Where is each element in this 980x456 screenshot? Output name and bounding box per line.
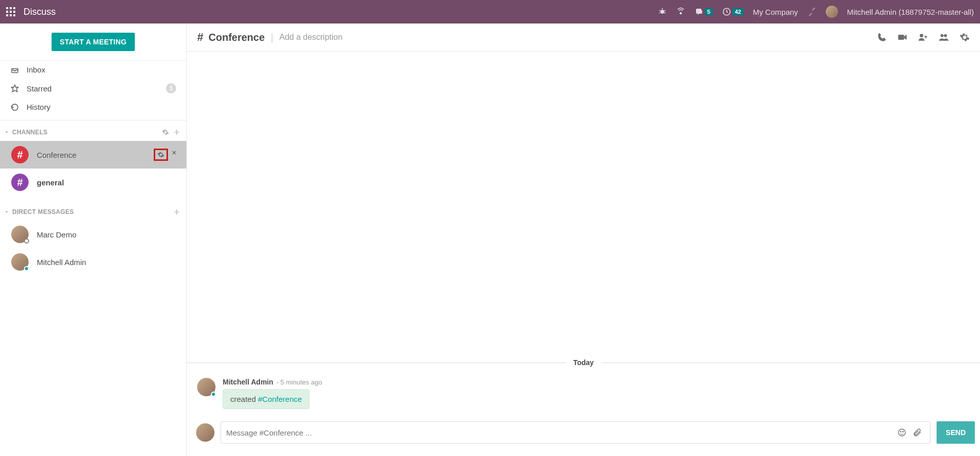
message-time: - 5 minutes ago [276,378,322,386]
svg-line-13 [659,13,660,14]
svg-rect-3 [6,11,8,13]
user-avatar[interactable] [826,6,838,18]
main-layout: START A MEETING Inbox Starred 1 History … [0,23,980,456]
chat-title[interactable]: Conference [208,32,265,43]
user-menu[interactable]: Mitchell Admin (18879752-master-all) [847,8,974,16]
message-list: Today Mitchell Admin - 5 minutes ago cre… [187,52,980,418]
dm-label: Mitchell Admin [37,258,86,267]
activities-icon[interactable]: 42 [722,7,744,16]
channel-conference[interactable]: # Conference [0,141,186,169]
svg-rect-4 [10,11,12,13]
hash-icon: # [11,174,29,191]
messages-icon[interactable]: 5 [695,7,713,16]
activities-badge: 42 [732,8,744,15]
settings-icon[interactable] [960,32,970,42]
avatar[interactable] [197,378,216,396]
dm-mitchell-admin[interactable]: Mitchell Admin [0,248,186,276]
attachment-icon[interactable] [913,428,922,437]
add-user-icon[interactable] [918,32,928,42]
dm-header-label: DIRECT MESSAGES [12,208,74,215]
sidebar-item-inbox[interactable]: Inbox [0,61,186,79]
call-icon[interactable] [877,32,887,42]
channel-general[interactable]: # general [0,169,186,196]
description-placeholder[interactable]: Add a description [279,33,343,42]
channels-settings-icon[interactable] [162,129,169,136]
bug-icon[interactable] [658,7,667,16]
svg-rect-7 [10,14,12,16]
svg-rect-0 [6,7,8,9]
sidebar-item-starred[interactable]: Starred 1 [0,79,186,98]
message-body-link[interactable]: #Conference [258,395,302,403]
status-online-icon [24,266,29,271]
avatar [196,423,214,442]
dm-section-header[interactable]: DIRECT MESSAGES [0,203,186,221]
apps-icon[interactable] [6,7,15,16]
tools-icon[interactable] [807,7,817,16]
phone-icon[interactable] [676,7,685,16]
sidebar-item-label: History [27,103,51,111]
hash-icon: # [11,146,29,163]
message: Mitchell Admin - 5 minutes ago created #… [187,369,980,418]
svg-rect-5 [13,11,15,13]
sidebar-item-label: Inbox [27,65,45,74]
chat-area: # Conference | Add a description Today [187,23,980,456]
status-online-icon [211,392,216,397]
video-icon[interactable] [897,32,907,42]
starred-counter: 1 [166,83,176,93]
date-separator: Today [187,356,980,369]
channel-label: general [37,178,64,187]
members-icon[interactable] [938,32,949,42]
channels-header-label: CHANNELS [12,129,47,136]
chevron-down-icon [4,209,9,214]
channels-section-header[interactable]: CHANNELS [0,124,186,141]
dm-label: Marc Demo [37,230,77,239]
channel-label: Conference [37,151,77,159]
chat-header: # Conference | Add a description [187,23,980,52]
status-offline-icon [24,238,29,244]
chevron-down-icon [4,130,9,135]
app-title[interactable]: Discuss [23,7,56,17]
inbox-icon [10,66,19,74]
composer: SEND [187,418,980,456]
history-icon [10,103,19,111]
svg-point-9 [660,10,664,14]
svg-line-14 [664,13,665,14]
sidebar-item-history[interactable]: History [0,98,186,116]
svg-point-23 [900,431,901,433]
channel-close-icon[interactable] [169,149,179,161]
message-body-prefix: created [230,395,258,403]
date-label: Today [573,356,593,369]
svg-rect-8 [13,14,15,16]
send-button[interactable]: SEND [937,421,975,444]
dm-add-icon[interactable] [173,208,180,215]
svg-point-20 [941,34,944,37]
svg-point-21 [944,34,947,37]
svg-marker-17 [11,85,18,91]
channel-hash-icon: # [197,31,203,44]
avatar [11,253,29,271]
svg-point-15 [680,13,681,14]
separator: | [271,32,273,43]
svg-line-11 [659,10,660,11]
message-body: created #Conference [223,389,309,409]
channels-add-icon[interactable] [173,129,180,136]
channel-settings-icon[interactable] [154,149,168,161]
emoji-icon[interactable] [897,428,906,437]
dm-marc-demo[interactable]: Marc Demo [0,221,186,248]
messages-badge: 5 [705,8,713,15]
composer-input[interactable] [226,428,894,437]
svg-line-12 [664,10,665,11]
svg-point-19 [920,34,923,37]
svg-point-22 [898,429,905,436]
company-switcher[interactable]: My Company [753,8,798,16]
sidebar: START A MEETING Inbox Starred 1 History … [0,23,187,456]
svg-point-24 [903,431,904,433]
message-author[interactable]: Mitchell Admin [223,378,273,386]
star-icon [10,84,19,92]
svg-rect-1 [10,7,12,9]
start-meeting-button[interactable]: START A MEETING [52,33,135,51]
svg-rect-2 [13,7,15,9]
svg-rect-18 [898,35,904,40]
top-navbar: Discuss 5 42 My Company Mitchell Admin (… [0,0,980,23]
avatar [11,226,29,243]
